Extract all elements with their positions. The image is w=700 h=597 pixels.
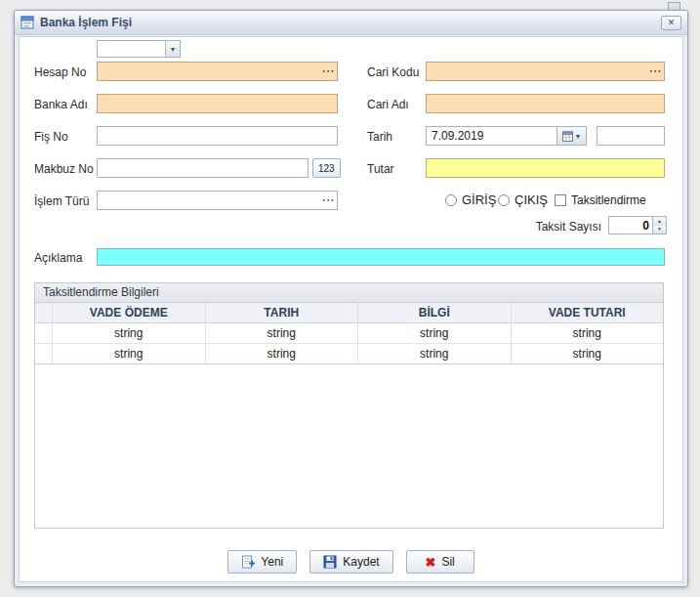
- row-indicator: [35, 344, 53, 363]
- cari-adi-field: [426, 94, 665, 113]
- tarih-extra-input[interactable]: [597, 126, 665, 146]
- giris-radio[interactable]: GİRİŞ: [445, 192, 496, 207]
- cari-kodu-label: Cari Kodu: [367, 65, 419, 79]
- cari-adi-input[interactable]: [426, 94, 665, 113]
- table-header-row: VADE ÖDEME TARIH BİLGİ VADE TUTARI: [35, 303, 663, 323]
- islem-turu-lookup-button[interactable]: ⋯: [319, 192, 337, 209]
- hesap-no-field: ⋯: [97, 62, 338, 81]
- hesap-no-lookup-button[interactable]: ⋯: [319, 63, 337, 80]
- column-header-bilgi[interactable]: BİLGİ: [358, 303, 512, 322]
- save-icon: [323, 555, 337, 569]
- yeni-button[interactable]: Yeni: [227, 550, 297, 574]
- islem-turu-input[interactable]: [97, 191, 338, 210]
- bank-transaction-window: Banka İşlem Fişi ✕ ▼ Hesap No ⋯ Cari Kod…: [14, 10, 688, 587]
- spinner-arrows: ▲ ▼: [652, 217, 666, 234]
- tutar-input[interactable]: [426, 158, 665, 178]
- taksit-sayisi-spinner[interactable]: 0 ▲ ▼: [608, 216, 667, 235]
- table-cell[interactable]: string: [358, 344, 512, 363]
- aciklama-label: Açıklama: [34, 251, 82, 265]
- new-record-icon: [241, 555, 255, 569]
- makbuz-no-label: Makbuz No: [34, 162, 94, 176]
- tutar-field: [426, 158, 665, 178]
- banka-adi-input[interactable]: [97, 94, 338, 113]
- table-cell[interactable]: string: [358, 323, 512, 343]
- makbuz-no-field: [97, 158, 309, 178]
- top-combo-wrap: ▼: [97, 40, 181, 58]
- row-indicator: [35, 323, 53, 343]
- fis-no-label: Fiş No: [34, 130, 68, 144]
- radio-circle-icon: [498, 194, 510, 206]
- cikis-radio[interactable]: ÇIKIŞ: [498, 192, 548, 207]
- table-cell[interactable]: string: [206, 323, 359, 343]
- hesap-no-label: Hesap No: [34, 65, 86, 79]
- banka-adi-field: [97, 94, 338, 113]
- yeni-button-label: Yeni: [261, 555, 283, 569]
- banka-adi-label: Banka Adı: [34, 98, 88, 111]
- form-body: ▼ Hesap No ⋯ Cari Kodu ⋯ Banka Adı Cari …: [19, 36, 683, 582]
- aciklama-field: [97, 248, 665, 266]
- cikis-radio-label: ÇIKIŞ: [515, 192, 548, 207]
- tarih-extra-field: [597, 126, 665, 146]
- column-header-vade-odeme[interactable]: VADE ÖDEME: [53, 303, 206, 322]
- calendar-icon: [562, 131, 573, 142]
- table-cell[interactable]: string: [53, 323, 206, 343]
- taksitlendirme-groupbox: Taksitlendirme Bilgileri VADE ÖDEME TARI…: [34, 282, 664, 529]
- table-cell[interactable]: string: [512, 323, 664, 343]
- table-row[interactable]: string string string string: [35, 323, 663, 344]
- tarih-calendar-dropdown-button[interactable]: ▼: [556, 127, 586, 145]
- column-header-vade-tutari[interactable]: VADE TUTARI: [512, 303, 664, 322]
- title-bar[interactable]: Banka İşlem Fişi ✕: [15, 11, 687, 35]
- islem-turu-label: İşlem Türü: [34, 194, 89, 208]
- islem-turu-field: ⋯: [97, 191, 338, 210]
- cari-kodu-input[interactable]: [426, 62, 665, 81]
- window-title: Banka İşlem Fişi: [40, 16, 132, 29]
- table-cell[interactable]: string: [512, 344, 664, 363]
- row-indicator-header: [35, 303, 53, 322]
- makbuz-no-input[interactable]: [97, 158, 309, 178]
- table-cell[interactable]: string: [206, 344, 359, 363]
- taksit-sayisi-label: Taksit Sayısı: [536, 220, 601, 234]
- sil-button-label: Sil: [441, 555, 454, 569]
- cari-kodu-lookup-button[interactable]: ⋯: [646, 63, 664, 80]
- close-button[interactable]: ✕: [661, 16, 681, 30]
- window-icon: [21, 16, 34, 29]
- action-button-row: Yeni Kaydet ✖ Sil: [20, 550, 682, 574]
- groupbox-title: Taksitlendirme Bilgileri: [35, 283, 663, 303]
- table-row[interactable]: string string string string: [35, 344, 663, 364]
- chevron-down-icon: ▼: [575, 133, 582, 140]
- tarih-label: Tarih: [367, 130, 392, 144]
- tutar-label: Tutar: [367, 162, 394, 176]
- fis-no-field: [97, 126, 338, 146]
- top-combo-dropdown-button[interactable]: ▼: [165, 41, 180, 57]
- tarih-field: ▼: [426, 126, 587, 146]
- aciklama-input[interactable]: [97, 248, 665, 266]
- taksit-sayisi-value: 0: [609, 217, 652, 234]
- kaydet-button[interactable]: Kaydet: [309, 550, 392, 574]
- taksitlendirme-label: Taksitlendirme: [571, 193, 646, 207]
- kaydet-button-label: Kaydet: [343, 555, 379, 569]
- taksitlendirme-checkbox[interactable]: Taksitlendirme: [555, 193, 646, 207]
- makbuz-123-button[interactable]: 123: [312, 158, 341, 178]
- cari-kodu-field: ⋯: [426, 62, 665, 81]
- sil-button[interactable]: ✖ Sil: [406, 550, 474, 574]
- chevron-down-icon: ▼: [170, 46, 177, 53]
- delete-icon: ✖: [426, 556, 436, 569]
- radio-circle-icon: [445, 194, 457, 206]
- cari-adi-label: Cari Adı: [367, 98, 409, 111]
- column-header-tarih[interactable]: TARIH: [206, 303, 359, 322]
- fis-no-input[interactable]: [97, 126, 338, 146]
- giris-radio-label: GİRİŞ: [462, 192, 496, 207]
- hesap-no-input[interactable]: [97, 62, 338, 81]
- checkbox-icon: [555, 194, 566, 206]
- spin-up-button[interactable]: ▲: [653, 217, 666, 226]
- table-cell[interactable]: string: [53, 344, 206, 363]
- spin-down-button[interactable]: ▼: [653, 226, 666, 235]
